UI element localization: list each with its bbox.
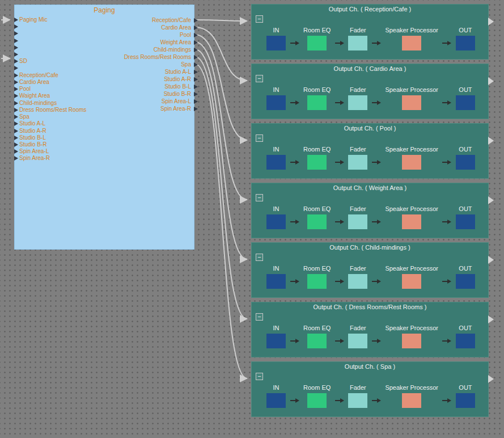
module-room-eq[interactable]: Room EQ xyxy=(303,205,331,229)
collapse-button[interactable]: − xyxy=(256,15,263,23)
output-channel-block[interactable]: Output Ch. ( Reception/Cafe ) − IN Room … xyxy=(251,4,489,60)
input-port-icon[interactable] xyxy=(14,121,18,126)
collapse-button[interactable]: − xyxy=(256,313,263,321)
input-port-icon[interactable] xyxy=(14,52,18,57)
module-block[interactable] xyxy=(307,155,327,170)
output-port-icon[interactable] xyxy=(488,256,494,264)
output-port-icon[interactable] xyxy=(194,92,198,96)
module-in[interactable]: IN xyxy=(266,86,286,110)
module-room-eq[interactable]: Room EQ xyxy=(303,27,331,50)
module-block[interactable] xyxy=(456,95,475,110)
output-port-icon[interactable] xyxy=(194,70,198,74)
module-in[interactable]: IN xyxy=(266,265,286,289)
collapse-button[interactable]: − xyxy=(256,373,263,380)
connection-wire[interactable] xyxy=(195,57,247,319)
module-block[interactable] xyxy=(266,36,286,50)
output-port-icon[interactable] xyxy=(194,40,198,45)
module-block[interactable] xyxy=(402,334,421,348)
module-block[interactable] xyxy=(348,274,367,289)
connection-wire[interactable] xyxy=(195,35,247,140)
design-canvas[interactable]: Paging Paging Mic SD Reception/Cafe Card… xyxy=(0,0,504,438)
output-port-icon[interactable] xyxy=(194,85,198,89)
output-port-icon[interactable] xyxy=(194,107,198,111)
module-out[interactable]: OUT xyxy=(456,27,475,50)
input-port-icon[interactable] xyxy=(14,24,18,29)
input-port-icon[interactable] xyxy=(14,115,18,119)
module-block[interactable] xyxy=(348,95,367,110)
output-port-icon[interactable] xyxy=(194,33,198,37)
input-port-icon[interactable] xyxy=(14,129,18,133)
output-port-icon[interactable] xyxy=(194,18,198,23)
module-block[interactable] xyxy=(456,214,475,229)
module-fader[interactable]: Fader xyxy=(348,265,367,289)
input-port-icon[interactable] xyxy=(14,18,18,22)
input-port-icon[interactable] xyxy=(14,45,18,50)
module-in[interactable]: IN xyxy=(266,146,286,170)
output-channel-block[interactable]: Output Ch. ( Child-mindings ) − IN Room … xyxy=(251,242,489,298)
output-port-icon[interactable] xyxy=(488,196,494,204)
output-port-icon[interactable] xyxy=(194,62,198,67)
module-room-eq[interactable]: Room EQ xyxy=(303,146,331,170)
module-in[interactable]: IN xyxy=(266,27,286,50)
module-out[interactable]: OUT xyxy=(456,146,475,170)
input-port-icon[interactable] xyxy=(14,87,18,91)
module-out[interactable]: OUT xyxy=(456,86,475,110)
connection-wire[interactable] xyxy=(195,49,247,259)
input-port-icon[interactable] xyxy=(14,73,18,78)
input-port-icon[interactable] xyxy=(14,80,18,85)
input-port-icon[interactable] xyxy=(14,94,18,98)
module-room-eq[interactable]: Room EQ xyxy=(303,86,331,110)
module-block[interactable] xyxy=(307,95,327,110)
module-block[interactable] xyxy=(402,393,421,408)
module-block[interactable] xyxy=(307,393,327,408)
module-block[interactable] xyxy=(402,274,421,289)
input-port-icon[interactable] xyxy=(14,59,18,64)
module-speaker-processor[interactable]: Speaker Processor xyxy=(385,205,438,229)
module-block[interactable] xyxy=(266,274,286,289)
module-speaker-processor[interactable]: Speaker Processor xyxy=(385,384,438,408)
output-port-icon[interactable] xyxy=(488,375,494,383)
module-block[interactable] xyxy=(307,214,327,229)
module-speaker-processor[interactable]: Speaker Processor xyxy=(385,146,438,170)
module-block[interactable] xyxy=(402,214,421,229)
module-block[interactable] xyxy=(456,36,475,50)
module-speaker-processor[interactable]: Speaker Processor xyxy=(385,86,438,110)
output-channel-block[interactable]: Output Ch. ( Dress Rooms/Rest Rooms ) − … xyxy=(251,302,489,357)
output-channel-block[interactable]: Output Ch. ( Cardio Area ) − IN Room EQ … xyxy=(251,64,489,119)
collapse-button[interactable]: − xyxy=(256,254,263,261)
module-out[interactable]: OUT xyxy=(456,265,475,289)
output-port-icon[interactable] xyxy=(488,315,494,323)
output-channel-block[interactable]: Output Ch. ( Spa ) − IN Room EQ Fader Sp… xyxy=(251,361,489,417)
module-fader[interactable]: Fader xyxy=(348,384,367,408)
module-speaker-processor[interactable]: Speaker Processor xyxy=(385,265,438,289)
module-out[interactable]: OUT xyxy=(456,325,475,348)
module-block[interactable] xyxy=(266,155,286,170)
input-port-icon[interactable] xyxy=(14,39,18,43)
collapse-button[interactable]: − xyxy=(256,194,263,201)
module-block[interactable] xyxy=(266,214,286,229)
module-in[interactable]: IN xyxy=(266,205,286,229)
output-port-icon[interactable] xyxy=(488,18,494,26)
module-block[interactable] xyxy=(348,155,367,170)
output-port-icon[interactable] xyxy=(194,48,198,52)
input-port-icon[interactable] xyxy=(14,101,18,106)
module-block[interactable] xyxy=(348,36,367,50)
module-fader[interactable]: Fader xyxy=(348,27,367,50)
module-block[interactable] xyxy=(456,393,475,408)
output-channel-block[interactable]: Output Ch. ( Pool ) − IN Room EQ Fader S… xyxy=(251,123,489,179)
connection-wire[interactable] xyxy=(195,20,247,21)
module-block[interactable] xyxy=(348,334,367,348)
module-room-eq[interactable]: Room EQ xyxy=(303,325,331,348)
module-block[interactable] xyxy=(402,36,421,50)
input-port-icon[interactable] xyxy=(14,156,18,161)
module-out[interactable]: OUT xyxy=(456,384,475,408)
module-room-eq[interactable]: Room EQ xyxy=(303,265,331,289)
input-port-icon[interactable] xyxy=(14,108,18,112)
output-channel-block[interactable]: Output Ch. ( Weight Area ) − IN Room EQ … xyxy=(251,183,489,238)
module-speaker-processor[interactable]: Speaker Processor xyxy=(385,27,438,50)
module-block[interactable] xyxy=(348,393,367,408)
input-port-icon[interactable] xyxy=(14,31,18,36)
module-block[interactable] xyxy=(266,95,286,110)
module-in[interactable]: IN xyxy=(266,384,286,408)
input-port-icon[interactable] xyxy=(14,142,18,147)
